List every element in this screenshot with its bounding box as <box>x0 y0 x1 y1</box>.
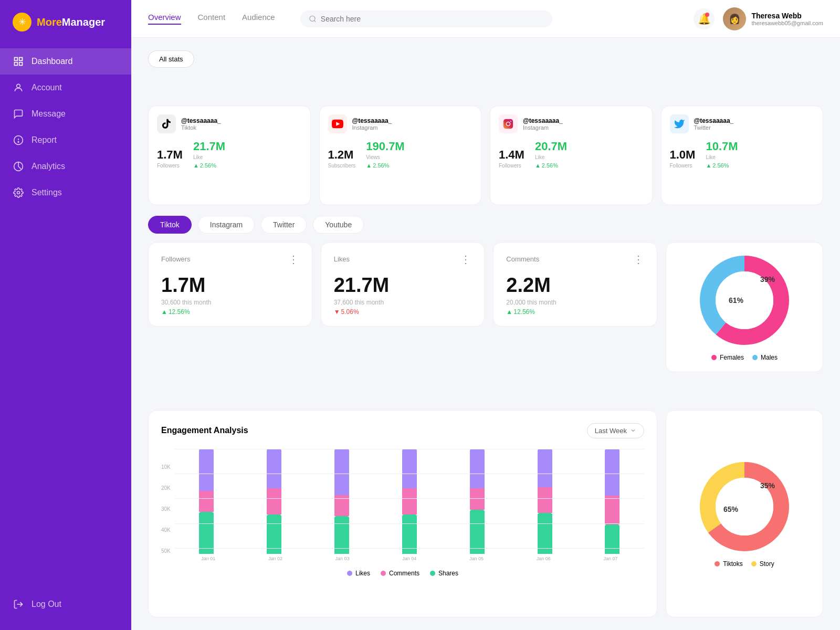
logout-button[interactable]: Log Out <box>0 591 131 617</box>
svg-point-4 <box>17 84 20 88</box>
svg-point-9 <box>17 192 20 194</box>
content-donut-chart: 65% 35% <box>697 459 792 554</box>
bar-comments-2 <box>334 495 349 516</box>
tab-audience[interactable]: Audience <box>242 13 275 25</box>
svg-rect-2 <box>15 62 18 66</box>
logout-icon <box>13 598 24 610</box>
sidebar-item-message[interactable]: Message <box>0 101 131 127</box>
content-legend: Tiktoks Story <box>715 560 774 568</box>
platform-tab-instagram[interactable]: Instagram <box>198 216 255 234</box>
sidebar-item-dashboard[interactable]: Dashboard <box>0 48 131 75</box>
instagram-followers-label: Followers <box>499 163 524 169</box>
twitter-followers-label: Followers <box>670 163 696 169</box>
platform-tab-twitter[interactable]: Twitter <box>261 216 307 234</box>
analytics-icon <box>13 161 24 172</box>
bar-col-3 <box>400 449 419 554</box>
twitter-change: ▲ 2.56% <box>706 162 738 169</box>
gender-donut-card: 61% 39% Females Males <box>666 242 823 372</box>
search-bar[interactable] <box>300 10 552 27</box>
bar-col-0 <box>197 449 216 554</box>
search-icon <box>309 15 317 23</box>
metric-comments-title: Comments <box>506 255 539 263</box>
bar-comments-1 <box>267 488 281 514</box>
instagram-handle: @tessaaaaa_ <box>523 117 563 124</box>
instagram-likes-label: Like <box>535 154 567 160</box>
chart-legend: Likes Comments Shares <box>161 570 644 577</box>
grid-icon <box>13 56 24 67</box>
sidebar: ✳ MoreManager Dashboard Account Message <box>0 0 131 630</box>
shares-dot <box>430 571 435 576</box>
metrics-area: Followers ⋮ 1.7M 30,600 this month ▲ 12.… <box>148 242 823 372</box>
sidebar-item-account-label: Account <box>32 83 62 92</box>
bar-shares-0 <box>199 512 214 554</box>
bar-comments-0 <box>199 491 214 512</box>
search-input[interactable] <box>321 15 544 23</box>
metric-comments-sub: 20,000 this month <box>506 299 644 306</box>
bar-col-5 <box>536 449 554 554</box>
platform-filter-tabs: Tiktok Instagram Twitter Youtube <box>148 216 823 234</box>
report-icon <box>13 134 24 146</box>
message-icon <box>13 108 24 120</box>
bar-likes-5 <box>538 449 552 487</box>
likes-dot <box>347 571 352 576</box>
logo: ✳ MoreManager <box>0 13 131 48</box>
bar-comments-6 <box>605 496 620 525</box>
males-dot <box>752 355 758 360</box>
tab-overview[interactable]: Overview <box>148 13 181 25</box>
tiktok-handle: @tessaaaaa_ <box>181 117 221 124</box>
tiktok-platform: Tiktok <box>181 124 221 131</box>
metric-card-likes: Likes ⋮ 21.7M 37,600 this month ▼ 5.06% <box>321 242 485 327</box>
bar-shares-1 <box>267 514 281 554</box>
legend-females: Females <box>711 354 744 361</box>
sidebar-item-settings[interactable]: Settings <box>0 180 131 206</box>
user-info: 👩 Theresa Webb theresawebb05@gmail.com <box>723 7 823 30</box>
females-label: Females <box>720 354 744 361</box>
tab-content[interactable]: Content <box>198 13 226 25</box>
x-label-2: Jan 03 <box>333 556 352 561</box>
bar-likes-3 <box>402 449 417 488</box>
bars-group <box>175 449 644 554</box>
notification-button[interactable]: 🔔 <box>694 8 715 29</box>
females-dot <box>711 355 717 360</box>
twitter-platform: Twitter <box>694 124 734 131</box>
svg-point-11 <box>310 16 315 21</box>
main-content: Overview Content Audience 🔔 👩 Theresa We… <box>131 0 840 630</box>
bar-likes-2 <box>334 449 349 495</box>
youtube-views: 190.7M <box>366 140 404 153</box>
platform-tab-tiktok[interactable]: Tiktok <box>148 216 192 234</box>
user-email: theresawebb05@gmail.com <box>751 20 823 26</box>
metric-followers-value: 1.7M <box>161 274 299 297</box>
period-select[interactable]: Last Week <box>587 423 644 438</box>
all-stats-button[interactable]: All stats <box>148 50 194 68</box>
tiktok-change: ▲ 2.56% <box>193 162 225 169</box>
metric-comments-menu[interactable]: ⋮ <box>633 253 644 266</box>
content-area: All stats @tessaaaaa_ Tiktok 1.7M <box>131 38 840 630</box>
bar-shares-5 <box>538 513 552 554</box>
platform-cards-row: @tessaaaaa_ Tiktok 1.7M Followers 21.7M … <box>148 106 823 205</box>
sidebar-item-analytics[interactable]: Analytics <box>0 153 131 180</box>
sidebar-item-message-label: Message <box>32 109 66 119</box>
metric-followers-menu[interactable]: ⋮ <box>288 253 299 266</box>
bar-col-2 <box>332 449 351 554</box>
x-label-3: Jan 04 <box>400 556 419 561</box>
sidebar-nav: Dashboard Account Message Report Analyti… <box>0 48 131 206</box>
header-tabs: Overview Content Audience <box>148 13 275 25</box>
metric-likes-menu[interactable]: ⋮ <box>460 253 471 266</box>
platform-tab-youtube[interactable]: Youtube <box>313 216 364 234</box>
bar-likes-0 <box>199 449 214 491</box>
bar-likes-6 <box>605 449 620 496</box>
youtube-views-label: Views <box>366 154 404 160</box>
tiktok-followers-label: Followers <box>157 163 183 169</box>
svg-rect-1 <box>19 58 23 61</box>
instagram-platform: Instagram <box>523 124 563 131</box>
sidebar-item-account[interactable]: Account <box>0 75 131 101</box>
instagram-icon <box>499 114 518 133</box>
sidebar-item-report[interactable]: Report <box>0 127 131 153</box>
x-label-5: Jan 06 <box>534 556 553 561</box>
bar-shares-3 <box>402 514 417 554</box>
bar-shares-4 <box>470 510 485 553</box>
metric-followers-change: ▲ 12.56% <box>161 308 299 316</box>
males-label: Males <box>761 354 778 361</box>
tiktok-secondary: 21.7M <box>193 140 225 153</box>
bar-col-4 <box>468 449 487 554</box>
